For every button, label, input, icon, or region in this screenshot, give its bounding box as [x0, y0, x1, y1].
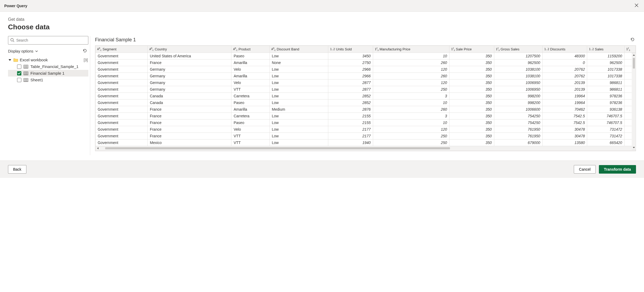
text-type-icon: ABC	[149, 47, 153, 51]
checkbox[interactable]	[17, 71, 21, 75]
column-header[interactable]: 1.2Units Sold	[328, 46, 373, 53]
table-row[interactable]: GovernmentCanadaCarreteraLow285233509982…	[96, 93, 636, 99]
table-cell: 2852	[328, 99, 373, 106]
column-header[interactable]: 123Sale Price	[449, 46, 494, 53]
table-cell: Government	[96, 106, 148, 113]
column-header[interactable]: ABCProduct	[231, 46, 270, 53]
table-row[interactable]: GovernmentFranceCarreteraLow215533507542…	[96, 113, 636, 119]
horizontal-scrollbar[interactable]	[95, 146, 636, 151]
table-row[interactable]: GovernmentFranceVeloLow21771203507619503…	[96, 126, 636, 133]
table-cell: Velo	[231, 66, 270, 73]
back-button[interactable]: Back	[8, 165, 26, 174]
table-cell: Government	[96, 73, 148, 79]
table-icon	[23, 71, 28, 75]
preview-grid: ABCSegmentABCCountryABCProductABCDiscoun…	[95, 45, 636, 151]
table-row[interactable]: GovernmentFranceAmarillaMedium2876260350…	[96, 106, 636, 113]
checkbox[interactable]	[17, 65, 21, 69]
display-options-dropdown[interactable]: Display options	[8, 49, 38, 53]
table-cell: Paseo	[231, 119, 270, 126]
column-header[interactable]: 123Manufacturing Price	[373, 46, 449, 53]
table-cell: Government	[96, 119, 148, 126]
table-icon	[23, 78, 28, 82]
table-cell: Canada	[148, 99, 231, 106]
table-row[interactable]: GovernmentCanadaPaseoLow2852103509982001…	[96, 99, 636, 106]
tree-folder-excel-workbook[interactable]: Excel workbook [3]	[8, 57, 88, 63]
table-cell: Low	[270, 99, 328, 106]
table-row[interactable]: GovernmentGermanyAmarillaLow296626035010…	[96, 73, 636, 79]
table-cell: VTT	[231, 86, 270, 93]
table-cell: Low	[270, 53, 328, 59]
scroll-down-icon[interactable]	[633, 146, 635, 149]
table-cell: 20139	[542, 86, 587, 93]
table-cell: Velo	[231, 79, 270, 86]
scroll-thumb[interactable]	[633, 58, 635, 69]
table-cell: Velo	[231, 126, 270, 133]
table-cell: 1017338	[587, 66, 625, 73]
column-header[interactable]: ABCSegment	[96, 46, 148, 53]
table-row[interactable]: GovernmentGermanyVTTLow28772503501006950…	[96, 86, 636, 93]
table-cell: 350	[449, 79, 494, 86]
table-cell: 665420	[587, 139, 625, 146]
column-label: Country	[155, 47, 167, 51]
table-row[interactable]: GovernmentMexicoVTTLow194025035067900013…	[96, 139, 636, 146]
scroll-thumb[interactable]	[105, 147, 450, 149]
tree-item[interactable]: Sheet1	[8, 77, 88, 83]
table-row[interactable]: GovernmentGermanyVeloLow2966120350103810…	[96, 66, 636, 73]
table-cell: 0	[542, 59, 587, 66]
table-cell: Germany	[148, 79, 231, 86]
table-cell: 260	[373, 106, 449, 113]
table-cell: 746707.5	[587, 119, 625, 126]
vertical-scrollbar[interactable]	[632, 53, 636, 150]
column-header[interactable]: 1.2Discounts	[542, 46, 587, 53]
table-cell: Canada	[148, 93, 231, 99]
column-label: Manufacturing Price	[380, 47, 410, 51]
table-cell: VTT	[231, 133, 270, 139]
checkbox[interactable]	[17, 78, 21, 82]
table-cell: 2966	[328, 66, 373, 73]
table-cell: 731472	[587, 133, 625, 139]
table-cell: 1038100	[494, 66, 542, 73]
column-label: Segment	[102, 47, 116, 51]
column-header[interactable]: 123	[625, 46, 636, 53]
table-cell: 250	[373, 133, 449, 139]
table-cell: 2877	[328, 86, 373, 93]
table-row[interactable]: GovernmentUnited States of AmericaPaseoL…	[96, 53, 636, 59]
table-cell: Low	[270, 139, 328, 146]
title-bar: Power Query	[0, 0, 644, 12]
table-row[interactable]: GovernmentFranceVTTLow217725035076195030…	[96, 133, 636, 139]
tree-folder-label: Excel workbook	[20, 58, 48, 62]
table-cell: 978236	[587, 93, 625, 99]
tree-item[interactable]: Table_Financial_Sample_1	[8, 63, 88, 70]
table-row[interactable]: GovernmentGermanyVeloLow2877120350100695…	[96, 79, 636, 86]
number-type-icon: 123	[626, 47, 630, 51]
tree-item[interactable]: Financial Sample 1	[8, 70, 88, 77]
scroll-up-icon[interactable]	[633, 54, 635, 57]
table-cell: 2966	[328, 73, 373, 79]
column-header[interactable]: 123Gross Sales	[494, 46, 542, 53]
table-cell: Germany	[148, 86, 231, 93]
transform-data-button[interactable]: Transform data	[599, 165, 636, 174]
table-cell: 731472	[587, 126, 625, 133]
table-cell: 70462	[542, 106, 587, 113]
table-row[interactable]: GovernmentFrancePaseoLow2155103507542507…	[96, 119, 636, 126]
table-cell: Government	[96, 99, 148, 106]
table-cell: 20762	[542, 66, 587, 73]
column-header[interactable]: ABCCountry	[148, 46, 231, 53]
cancel-button[interactable]: Cancel	[574, 165, 596, 174]
scroll-left-icon[interactable]	[97, 147, 99, 150]
table-cell: 250	[373, 139, 449, 146]
refresh-navigator-button[interactable]	[81, 47, 88, 55]
table-row[interactable]: GovernmentFranceAmarillaNone275026035096…	[96, 59, 636, 66]
number-type-icon: 1.2	[544, 47, 549, 51]
table-cell: 350	[449, 59, 494, 66]
table-cell: France	[148, 119, 231, 126]
table-cell: France	[148, 113, 231, 119]
table-cell: Mexico	[148, 139, 231, 146]
tree-item-label: Financial Sample 1	[30, 71, 65, 75]
number-type-icon: 1.2	[589, 47, 594, 51]
refresh-preview-button[interactable]	[629, 36, 636, 44]
search-input[interactable]	[8, 36, 88, 45]
close-button[interactable]	[633, 2, 640, 9]
column-header[interactable]: ABCDiscount Band	[270, 46, 328, 53]
column-header[interactable]: 1.2Sales	[587, 46, 625, 53]
